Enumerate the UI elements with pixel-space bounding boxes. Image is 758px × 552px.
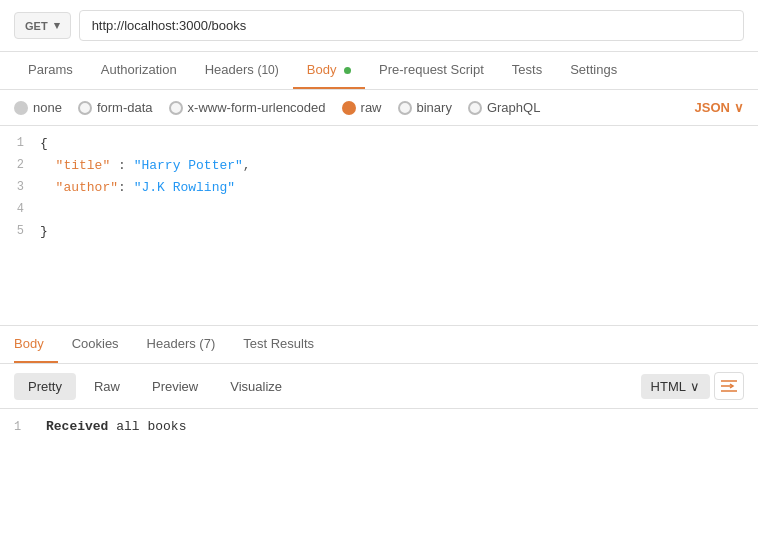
view-visualize-button[interactable]: Visualize <box>216 373 296 400</box>
response-line-1: 1 Received all books <box>14 419 744 441</box>
tab-tests[interactable]: Tests <box>498 52 556 89</box>
response-tab-cookies[interactable]: Cookies <box>58 326 133 363</box>
tab-body[interactable]: Body <box>293 52 365 89</box>
option-binary[interactable]: binary <box>398 100 452 115</box>
url-input[interactable] <box>79 10 744 41</box>
option-urlencoded[interactable]: x-www-form-urlencoded <box>169 100 326 115</box>
response-tab-headers[interactable]: Headers (7) <box>133 326 230 363</box>
response-tab-test-results[interactable]: Test Results <box>229 326 328 363</box>
tab-pre-request[interactable]: Pre-request Script <box>365 52 498 89</box>
body-options: none form-data x-www-form-urlencoded raw… <box>0 90 758 126</box>
code-line-2: 2 "title" : "Harry Potter", <box>0 156 758 178</box>
radio-binary <box>398 101 412 115</box>
code-line-3: 3 "author": "J.K Rowling" <box>0 178 758 200</box>
url-bar: GET ▾ <box>0 0 758 52</box>
response-section: Body Cookies Headers (7) Test Results Pr… <box>0 326 758 451</box>
tab-params[interactable]: Params <box>14 52 87 89</box>
code-line-4: 4 <box>0 200 758 222</box>
response-tabs: Body Cookies Headers (7) Test Results <box>0 326 758 364</box>
option-form-data[interactable]: form-data <box>78 100 153 115</box>
radio-form-data <box>78 101 92 115</box>
radio-urlencoded <box>169 101 183 115</box>
method-chevron: ▾ <box>54 19 60 32</box>
view-options-row: Pretty Raw Preview Visualize HTML ∨ <box>0 364 758 409</box>
code-line-5: 5 } <box>0 222 758 244</box>
radio-graphql <box>468 101 482 115</box>
view-raw-button[interactable]: Raw <box>80 373 134 400</box>
option-raw[interactable]: raw <box>342 100 382 115</box>
response-output: 1 Received all books <box>0 409 758 451</box>
method-select[interactable]: GET ▾ <box>14 12 71 39</box>
wrap-icon-button[interactable] <box>714 372 744 400</box>
request-tabs: Params Authorization Headers (10) Body P… <box>0 52 758 90</box>
option-none[interactable]: none <box>14 100 62 115</box>
method-label: GET <box>25 20 48 32</box>
view-pretty-button[interactable]: Pretty <box>14 373 76 400</box>
tab-settings[interactable]: Settings <box>556 52 631 89</box>
radio-none <box>14 101 28 115</box>
format-select[interactable]: JSON ∨ <box>695 100 744 115</box>
code-editor[interactable]: 1 { 2 "title" : "Harry Potter", 3 "autho… <box>0 126 758 326</box>
response-tab-body[interactable]: Body <box>14 326 58 363</box>
tab-authorization[interactable]: Authorization <box>87 52 191 89</box>
body-active-dot <box>344 67 351 74</box>
option-graphql[interactable]: GraphQL <box>468 100 540 115</box>
view-preview-button[interactable]: Preview <box>138 373 212 400</box>
tab-headers[interactable]: Headers (10) <box>191 52 293 89</box>
radio-raw <box>342 101 356 115</box>
response-format-select[interactable]: HTML ∨ <box>641 374 710 399</box>
code-line-1: 1 { <box>0 134 758 156</box>
